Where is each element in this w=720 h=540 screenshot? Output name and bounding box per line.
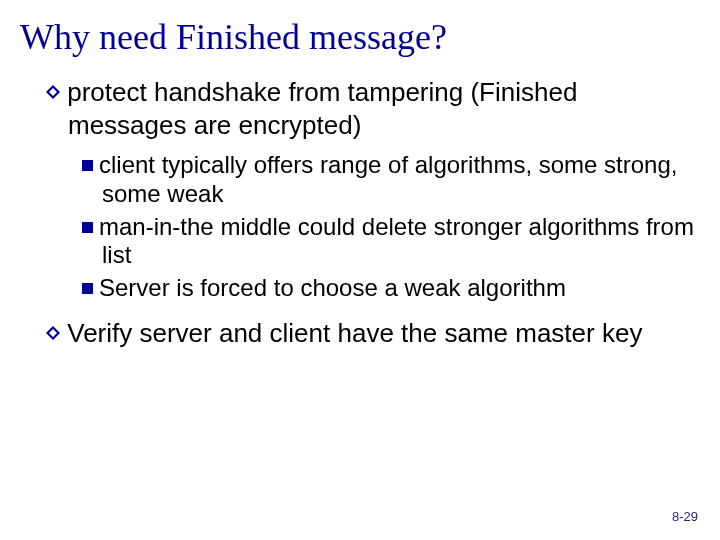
bullet-text: client typically offers range of algorit… <box>99 151 677 207</box>
bullet-level2: client typically offers range of algorit… <box>82 151 700 209</box>
slide-title: Why need Finished message? <box>20 16 700 58</box>
bullet-text: protect handshake from tampering (Finish… <box>67 77 577 140</box>
bullet-text: Server is forced to choose a weak algori… <box>99 274 566 301</box>
bullet-level1: Verify server and client have the same m… <box>46 317 700 350</box>
page-number: 8-29 <box>672 509 698 524</box>
square-bullet-icon <box>82 283 93 294</box>
diamond-bullet-icon <box>46 326 60 340</box>
square-bullet-icon <box>82 222 93 233</box>
bullet-level2: man-in-the middle could delete stronger … <box>82 213 700 271</box>
slide: Why need Finished message? protect hands… <box>0 0 720 540</box>
square-bullet-icon <box>82 160 93 171</box>
bullet-text: man-in-the middle could delete stronger … <box>99 213 694 269</box>
bullet-text: Verify server and client have the same m… <box>67 318 642 348</box>
diamond-bullet-icon <box>46 85 60 99</box>
bullet-level1: protect handshake from tampering (Finish… <box>46 76 700 141</box>
bullet-level2: Server is forced to choose a weak algori… <box>82 274 700 303</box>
